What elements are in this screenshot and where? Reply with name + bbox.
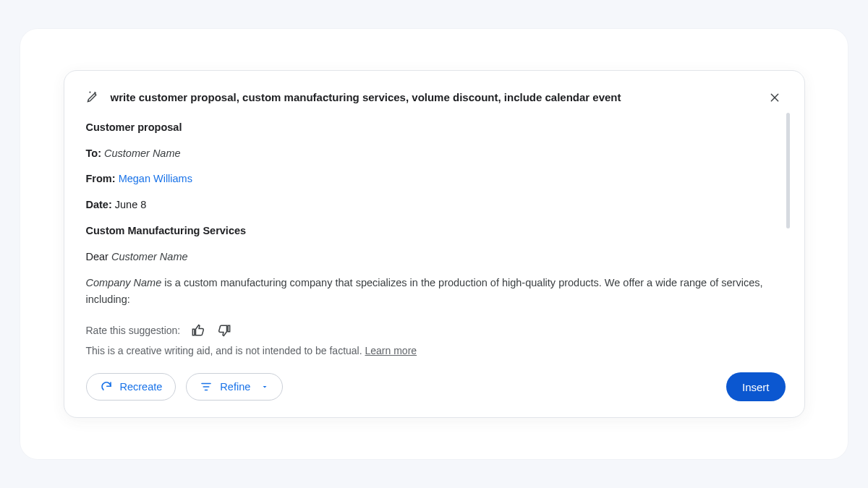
body-rest: is a custom manufacturing company that s…	[86, 277, 763, 304]
chevron-down-icon	[260, 382, 269, 391]
recreate-label: Recreate	[120, 381, 163, 393]
thumbs-up-button[interactable]	[187, 320, 208, 341]
date-label: Date:	[86, 199, 112, 210]
doc-title: Customer proposal	[86, 120, 775, 136]
thumbs-down-icon	[218, 323, 232, 338]
panel-header: write customer proposal, custom manufact…	[86, 87, 786, 108]
from-value: Megan Williams	[119, 173, 192, 184]
thumbs-up-icon	[190, 323, 205, 338]
close-button[interactable]	[764, 87, 786, 108]
close-icon	[769, 92, 780, 103]
doc-salutation: Dear Customer Name	[86, 249, 775, 265]
doc-to-line: To: Customer Name	[86, 146, 775, 162]
to-value: Customer Name	[104, 147, 181, 159]
to-label: To:	[86, 147, 101, 159]
salutation-name: Customer Name	[111, 251, 188, 262]
doc-subject: Custom Manufacturing Services	[86, 223, 775, 239]
disclaimer-text: This is a creative writing aid, and is n…	[86, 345, 362, 356]
magic-pencil-icon	[86, 89, 101, 106]
salutation-prefix: Dear	[86, 251, 109, 262]
scrollbar[interactable]	[786, 113, 790, 228]
thumbs-down-button[interactable]	[215, 320, 235, 341]
feedback-row: Rate this suggestion:	[86, 320, 786, 341]
prompt-text: write customer proposal, custom manufact…	[111, 91, 754, 103]
date-value: June 8	[115, 199, 147, 210]
suggestion-content: Customer proposal To: Customer Name From…	[86, 120, 786, 307]
ai-suggestion-panel: write customer proposal, custom manufact…	[64, 70, 805, 418]
rate-label: Rate this suggestion:	[86, 325, 181, 336]
disclaimer-row: This is a creative writing aid, and is n…	[86, 345, 786, 356]
outer-card: write customer proposal, custom manufact…	[20, 29, 848, 459]
body-company: Company Name	[86, 277, 162, 288]
doc-body: Company Name is a custom manufacturing c…	[86, 275, 775, 307]
from-label: From:	[86, 173, 116, 184]
refine-button[interactable]: Refine	[186, 373, 283, 401]
doc-date-line: Date: June 8	[86, 197, 775, 213]
filter-icon	[200, 380, 213, 393]
recreate-button[interactable]: Recreate	[86, 373, 176, 401]
insert-button[interactable]: Insert	[726, 372, 786, 401]
actions-row: Recreate Refine Insert	[86, 372, 786, 401]
refresh-icon	[100, 380, 113, 393]
refine-label: Refine	[220, 381, 250, 393]
doc-from-line: From: Megan Williams	[86, 171, 775, 187]
learn-more-link[interactable]: Learn more	[365, 345, 417, 356]
